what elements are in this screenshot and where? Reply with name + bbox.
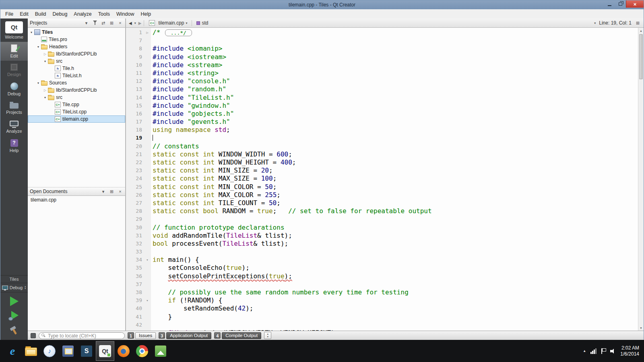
open-doc-item-tilemain-cpp[interactable]: tilemain.cpp bbox=[28, 196, 125, 204]
tree-item-tile-h[interactable]: Tile.h bbox=[28, 65, 125, 72]
taskbar-app-firefox[interactable] bbox=[114, 341, 133, 361]
code-line-8[interactable]: 8#include <iomanip> bbox=[126, 45, 638, 53]
taskbar-app-chrome[interactable] bbox=[133, 341, 151, 361]
close-button[interactable]: × bbox=[626, 0, 644, 8]
code-line-30[interactable]: 30// function prototype declarations bbox=[126, 224, 638, 232]
code-line-12[interactable]: 12#include "console.h" bbox=[126, 77, 638, 85]
code-line-33[interactable]: 33 bbox=[126, 248, 638, 256]
code-line-40[interactable]: 40 setRandomSeed(42); bbox=[126, 304, 638, 313]
code-line-7[interactable]: 7 bbox=[126, 37, 638, 45]
forward-icon[interactable]: ▶ bbox=[138, 21, 142, 25]
fold-marker-icon[interactable]: ▾ bbox=[144, 256, 151, 264]
output-pane-compile-output[interactable]: 4Compile Output bbox=[214, 332, 261, 339]
flag-icon[interactable] bbox=[601, 348, 606, 354]
code-line-26[interactable]: 26static const int MAX_COLOR = 255; bbox=[126, 191, 638, 199]
symbol-dropdown[interactable]: std bbox=[194, 20, 210, 26]
tree-expand-icon[interactable]: ▷ bbox=[43, 52, 47, 56]
code-line-16[interactable]: 16#include "gobjects.h" bbox=[126, 110, 638, 118]
output-pane-application-output[interactable]: 3Application Output bbox=[159, 332, 211, 339]
code-line-11[interactable]: 11#include <string> bbox=[126, 69, 638, 77]
tree-item-tile-cpp[interactable]: Tile.cpp bbox=[28, 101, 125, 108]
tree-expand-icon[interactable]: ▾ bbox=[36, 45, 41, 49]
tree-item-tilemain-cpp[interactable]: tilemain.cpp bbox=[28, 115, 125, 123]
taskbar-app-app-s[interactable]: S bbox=[77, 341, 96, 361]
taskbar-app-itunes[interactable]: ♪ bbox=[40, 341, 59, 361]
tree-item-lib-stanfordcpplib[interactable]: ▷lib/StanfordCPPLib bbox=[28, 86, 125, 94]
mode-analyze[interactable]: Analyze bbox=[0, 117, 28, 136]
code-line-20[interactable]: 20// constants bbox=[126, 142, 638, 150]
taskbar-app-app-window[interactable] bbox=[59, 341, 77, 361]
tree-item-src[interactable]: ▾src bbox=[28, 94, 125, 101]
menu-item-edit[interactable]: Edit bbox=[17, 10, 32, 18]
code-line-9[interactable]: 9#include <iostream> bbox=[126, 53, 638, 61]
tree-expand-icon[interactable]: ▾ bbox=[36, 81, 41, 85]
code-line-41[interactable]: 41 } bbox=[126, 313, 638, 321]
run-button[interactable] bbox=[10, 296, 19, 306]
editor-scrollbar[interactable]: ▴ ▾ bbox=[638, 28, 644, 331]
filter-icon[interactable] bbox=[92, 20, 98, 26]
fold-marker-icon[interactable]: ▾ bbox=[144, 296, 151, 304]
taskbar-app-internet-explorer[interactable]: e bbox=[3, 341, 22, 361]
code-line-17[interactable]: 17#include "gevents.h" bbox=[126, 118, 638, 126]
code-line-43[interactable]: 43 GWindow window(WINDOW_WIDTH, WINDOW_H… bbox=[126, 329, 638, 331]
code-line-25[interactable]: 25static const int MIN_COLOR = 50; bbox=[126, 183, 638, 191]
mode-welcome[interactable]: QtWelcome bbox=[0, 19, 28, 42]
tree-item-lib-stanfordcpplib[interactable]: ▷lib/StanfordCPPLib bbox=[28, 50, 125, 58]
tree-item-tilelist-cpp[interactable]: TileList.cpp bbox=[28, 108, 125, 115]
sync-with-editor-icon[interactable]: ⇄ bbox=[100, 20, 106, 26]
code-line-37[interactable]: 37 bbox=[126, 280, 638, 288]
editor-menu-chevron-icon[interactable]: ▾ bbox=[594, 21, 596, 25]
volume-icon[interactable] bbox=[610, 349, 616, 354]
menu-item-window[interactable]: Window bbox=[113, 10, 137, 18]
output-pane-toggle-icon[interactable] bbox=[31, 333, 36, 338]
panel-chevron-down-icon[interactable]: ▾ bbox=[100, 188, 106, 195]
stepper-down-icon[interactable]: ▾ bbox=[267, 335, 268, 338]
tree-item-sources[interactable]: ▾Sources bbox=[28, 79, 125, 86]
code-editor[interactable]: 1▷/* ...*/ 78#include <iomanip>9#include… bbox=[126, 28, 644, 331]
menu-item-build[interactable]: Build bbox=[32, 10, 50, 18]
code-line-15[interactable]: 15#include "gwindow.h" bbox=[126, 102, 638, 110]
menu-item-analyze[interactable]: Analyze bbox=[70, 10, 95, 18]
titlebar[interactable]: tilemain.cpp - Tiles - Qt Creator × bbox=[0, 0, 644, 9]
code-line-31[interactable]: 31void addRandomTile(TileList& tlist); bbox=[126, 232, 638, 240]
taskbar-clock[interactable]: 2:02 AM 1/6/2014 bbox=[620, 345, 639, 357]
code-line-18[interactable]: 18using namespace std; bbox=[126, 126, 638, 134]
split-panel-icon[interactable]: ⊞ bbox=[109, 188, 115, 195]
code-line-10[interactable]: 10#include <sstream> bbox=[126, 61, 638, 69]
code-line-14[interactable]: 14#include "TileList.h" bbox=[126, 94, 638, 102]
fold-marker-icon[interactable]: ▷ bbox=[144, 29, 151, 37]
tree-expand-icon[interactable]: ▷ bbox=[43, 88, 47, 92]
code-line-36[interactable]: 36 setConsolePrintExceptions(true); bbox=[126, 272, 638, 280]
back-history-chevron-icon[interactable]: ▾ bbox=[134, 21, 136, 25]
menu-item-help[interactable]: Help bbox=[137, 10, 154, 18]
network-icon[interactable] bbox=[590, 348, 597, 354]
split-panel-icon[interactable]: ⊞ bbox=[109, 20, 115, 26]
code-line-27[interactable]: 27static const int TILE_COUNT = 50; bbox=[126, 199, 638, 207]
code-line-13[interactable]: 13#include "random.h" bbox=[126, 85, 638, 93]
tree-item-headers[interactable]: ▾Headers bbox=[28, 43, 125, 50]
menu-item-debug[interactable]: Debug bbox=[50, 10, 71, 18]
mode-projects[interactable]: Projects bbox=[0, 99, 28, 117]
tree-item-tiles[interactable]: ▾Tiles bbox=[28, 29, 125, 36]
tree-item-src[interactable]: ▾src bbox=[28, 58, 125, 65]
scroll-up-icon[interactable]: ▴ bbox=[638, 28, 644, 33]
code-line-22[interactable]: 22static const int WINDOW_HEIGHT = 400; bbox=[126, 158, 638, 167]
stepper-up-icon[interactable]: ▴ bbox=[267, 333, 268, 335]
debug-run-button[interactable] bbox=[8, 311, 20, 321]
code-line-34[interactable]: 34▾int main() { bbox=[126, 256, 638, 264]
close-panel-icon[interactable]: × bbox=[117, 20, 123, 26]
restore-button[interactable] bbox=[615, 0, 626, 8]
code-line-19[interactable]: 19 bbox=[126, 134, 638, 142]
code-line-28[interactable]: 28static const bool RANDOM = true; // se… bbox=[126, 207, 638, 215]
menu-item-file[interactable]: File bbox=[2, 10, 17, 18]
close-panel-icon[interactable]: × bbox=[117, 188, 123, 195]
scroll-down-icon[interactable]: ▾ bbox=[638, 325, 644, 331]
panel-chevron-down-icon[interactable]: ▾ bbox=[83, 20, 89, 26]
code-line-39[interactable]: 39▾ if (!RANDOM) { bbox=[126, 296, 638, 304]
hidden-icons-chevron-icon[interactable]: ▲ bbox=[583, 349, 586, 353]
locator-input[interactable] bbox=[39, 332, 125, 339]
tree-item-tiles-pro[interactable]: Tiles.pro bbox=[28, 36, 125, 43]
code-line-1[interactable]: 1▷/* ...*/ bbox=[126, 29, 638, 37]
minimize-button[interactable] bbox=[604, 0, 615, 8]
tree-item-tilelist-h[interactable]: TileList.h bbox=[28, 72, 125, 79]
